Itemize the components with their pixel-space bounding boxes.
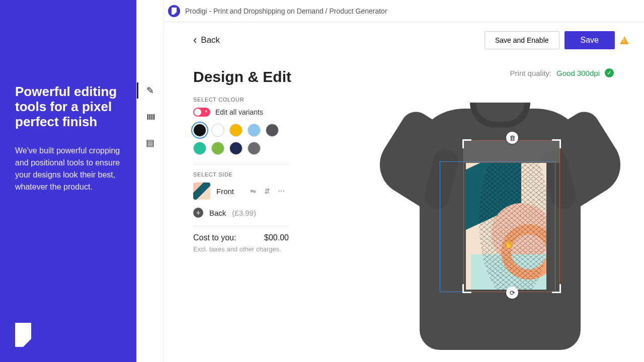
divider — [193, 226, 289, 226]
colour-swatch[interactable] — [248, 124, 261, 137]
flip-vertical-icon[interactable]: ⇵ — [263, 187, 271, 195]
app-title: Prodigi - Print and Dropshipping on Dema… — [185, 7, 387, 15]
edit-tool-icon[interactable] — [145, 85, 155, 96]
warning-icon[interactable] — [620, 36, 629, 44]
crop-handle-tr[interactable] — [552, 139, 561, 148]
app-badge-icon — [168, 5, 180, 17]
save-and-enable-button[interactable]: Save and Enable — [485, 31, 559, 49]
cost-value: $00.00 — [264, 233, 289, 242]
cost-label: Cost to you: — [193, 233, 236, 242]
colour-swatch[interactable] — [193, 142, 206, 155]
edit-panel: Design & Edit SELECT COLOUR × Edit all v… — [193, 68, 334, 362]
colour-swatch[interactable] — [193, 124, 206, 137]
colour-swatch[interactable] — [266, 124, 279, 137]
crop-frame[interactable] — [464, 141, 559, 292]
colour-swatches — [193, 124, 294, 155]
rotate-artwork-button[interactable]: ⟳ — [506, 287, 518, 299]
divider — [193, 164, 289, 164]
side-back-label: Back — [209, 209, 226, 217]
edit-all-variants-label: Edit all variants — [215, 108, 263, 116]
side-back-row[interactable]: + Back (£3.99) — [193, 208, 334, 218]
tool-rail — [137, 0, 164, 362]
front-thumbnail-icon — [193, 183, 210, 200]
colour-swatch[interactable] — [229, 142, 243, 155]
side-back-price: (£3.99) — [232, 209, 256, 217]
crop-handle-br[interactable] — [552, 284, 561, 293]
side-front-row[interactable]: Front ⇋ ⇵ ⋯ — [193, 183, 334, 200]
adjust-tool-icon[interactable] — [145, 112, 155, 122]
edit-all-variants-toggle[interactable]: × — [193, 108, 210, 117]
save-button[interactable]: Save — [565, 31, 615, 49]
print-quality-value: Good 300dpi — [556, 69, 600, 77]
list-tool-icon[interactable] — [145, 138, 155, 148]
promo-sidebar: Powerful editing tools for a pixel perfe… — [0, 0, 137, 362]
print-quality-label: Print quality: — [510, 69, 552, 77]
side-front-label: Front — [216, 187, 234, 196]
app-titlebar: Prodigi - Print and Dropshipping on Dema… — [164, 0, 644, 22]
colour-swatch[interactable] — [211, 124, 224, 137]
panel-title: Design & Edit — [193, 68, 334, 85]
delete-artwork-button[interactable]: 🗑 — [506, 132, 518, 144]
more-icon[interactable]: ⋯ — [277, 187, 285, 195]
back-button[interactable]: Back — [193, 35, 220, 46]
cost-note: Excl. taxes and other charges. — [193, 245, 334, 253]
crop-handle-bl[interactable] — [462, 284, 471, 293]
crop-handle-tl[interactable] — [462, 139, 471, 148]
check-icon: ✓ — [605, 68, 614, 77]
flip-horizontal-icon[interactable]: ⇋ — [249, 187, 257, 195]
topbar: Back Save and Enable Save — [164, 22, 644, 58]
select-side-label: SELECT SIDE — [193, 171, 334, 177]
promo-title: Powerful editing tools for a pixel perfe… — [15, 84, 122, 130]
product-canvas[interactable]: 🗑 ⟳ ✋ — [374, 88, 626, 362]
promo-body: We've built powerful cropping and positi… — [15, 145, 122, 193]
preview-area: Print quality: Good 300dpi ✓ — [354, 68, 629, 362]
colour-swatch[interactable] — [229, 124, 243, 137]
prodigi-logo-icon — [15, 323, 31, 347]
colour-swatch[interactable] — [211, 142, 224, 155]
select-colour-label: SELECT COLOUR — [193, 97, 334, 103]
back-label: Back — [201, 35, 220, 45]
chevron-left-icon — [193, 35, 197, 46]
colour-swatch[interactable] — [248, 142, 261, 155]
add-back-icon[interactable]: + — [193, 208, 203, 218]
